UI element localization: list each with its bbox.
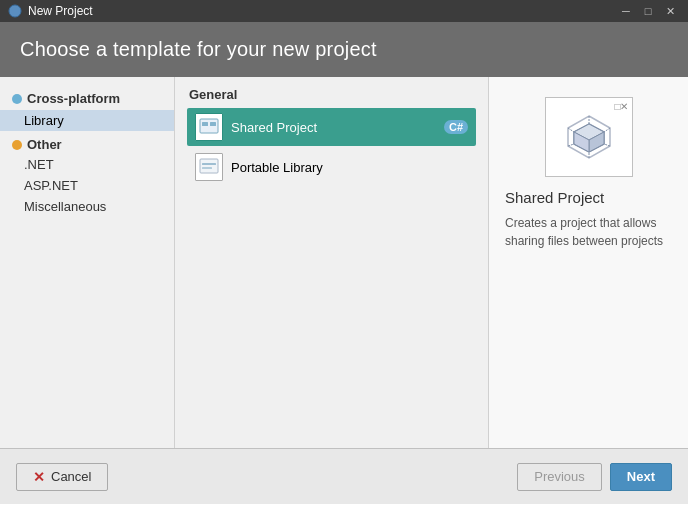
previous-button[interactable]: Previous <box>517 463 602 491</box>
dialog-footer: ✕ Cancel Previous Next <box>0 448 688 504</box>
svg-rect-2 <box>202 122 208 126</box>
sidebar-item-miscellaneous[interactable]: Miscellaneous <box>0 196 174 217</box>
shared-project-label: Shared Project <box>231 120 444 135</box>
template-item-shared-project[interactable]: Shared Project C# <box>187 108 476 146</box>
sidebar-item-aspnet[interactable]: ASP.NET <box>0 175 174 196</box>
svg-line-15 <box>604 144 610 146</box>
window-controls[interactable]: ─ □ ✕ <box>616 4 680 18</box>
window-title: New Project <box>28 4 616 18</box>
sidebar-other-section: Other <box>0 131 174 154</box>
csharp-badge: C# <box>444 120 468 134</box>
title-bar: New Project ─ □ ✕ <box>0 0 688 22</box>
portable-library-label: Portable Library <box>231 160 468 175</box>
crossplatform-label: Cross-platform <box>27 91 120 106</box>
cancel-icon: ✕ <box>33 469 45 485</box>
preview-icon-container: □✕ <box>505 97 672 177</box>
next-label: Next <box>627 469 655 484</box>
close-button[interactable]: ✕ <box>660 4 680 18</box>
svg-rect-5 <box>202 163 216 165</box>
template-section-label: General <box>187 87 476 102</box>
cancel-label: Cancel <box>51 469 91 484</box>
dialog-body: Cross-platform Library Other .NET ASP.NE… <box>0 77 688 448</box>
template-list-container: General Shared Project C# <box>175 77 488 448</box>
svg-point-0 <box>9 5 21 17</box>
preview-icon-box: □✕ <box>545 97 633 177</box>
maximize-button[interactable]: □ <box>638 4 658 18</box>
previous-label: Previous <box>534 469 585 484</box>
svg-rect-3 <box>210 122 216 126</box>
dialog-title: Choose a template for your new project <box>20 38 377 60</box>
preview-description: Creates a project that allows sharing fi… <box>505 214 672 250</box>
crossplatform-dot <box>12 94 22 104</box>
svg-rect-6 <box>202 167 212 169</box>
cube-icon <box>562 110 616 164</box>
sidebar-item-dotnet[interactable]: .NET <box>0 154 174 175</box>
sidebar-crossplatform-section: Cross-platform <box>0 87 174 110</box>
portable-library-icon <box>195 153 223 181</box>
footer-left: ✕ Cancel <box>16 463 517 491</box>
preview-box-corner: □✕ <box>614 101 628 112</box>
sidebar-item-library[interactable]: Library <box>0 110 174 131</box>
svg-line-14 <box>568 128 574 132</box>
svg-line-13 <box>604 128 610 132</box>
footer-right: Previous Next <box>517 463 672 491</box>
cancel-button[interactable]: ✕ Cancel <box>16 463 108 491</box>
sidebar: Cross-platform Library Other .NET ASP.NE… <box>0 77 175 448</box>
dialog-header: Choose a template for your new project <box>0 22 688 77</box>
preview-title: Shared Project <box>505 189 672 206</box>
shared-project-icon <box>195 113 223 141</box>
preview-pane: □✕ <box>488 77 688 448</box>
other-dot <box>12 140 22 150</box>
app-icon <box>8 4 22 18</box>
svg-rect-4 <box>200 159 218 173</box>
next-button[interactable]: Next <box>610 463 672 491</box>
svg-line-16 <box>568 144 574 146</box>
minimize-button[interactable]: ─ <box>616 4 636 18</box>
other-label: Other <box>27 137 62 152</box>
template-item-portable-library[interactable]: Portable Library <box>187 148 476 186</box>
